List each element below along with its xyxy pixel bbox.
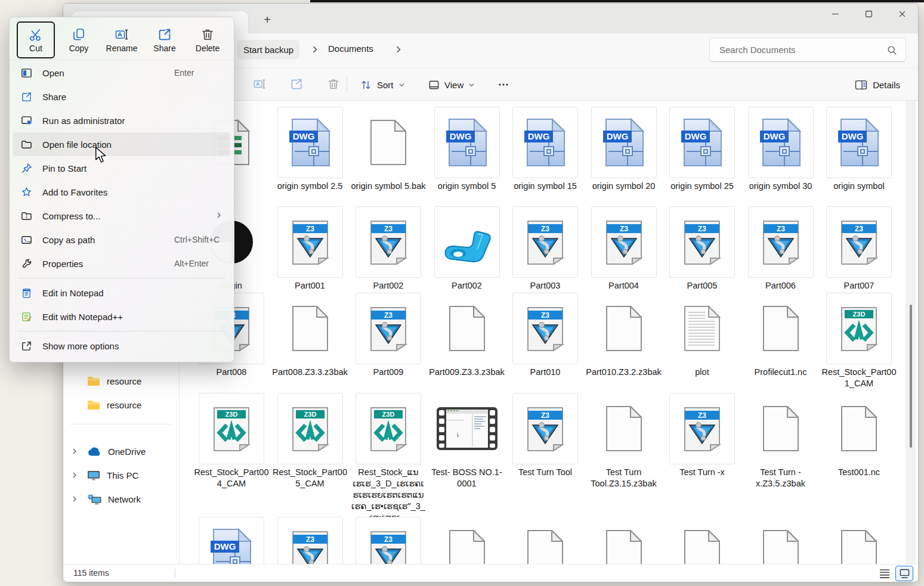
file-tile[interactable]: plot xyxy=(663,293,741,378)
file-tile[interactable] xyxy=(663,517,741,564)
file-tile[interactable] xyxy=(585,517,663,564)
file-tile[interactable] xyxy=(820,517,898,564)
menu-item-pin-to-start[interactable]: Pin to Start xyxy=(13,156,230,180)
file-tile[interactable]: Z3 Part001 xyxy=(271,206,349,292)
share-button[interactable]: Share xyxy=(146,21,184,58)
file-tile[interactable]: Z3D Rest_Stock_Part004_CAM xyxy=(193,393,271,489)
menu-item-show-more-options[interactable]: Show more options xyxy=(13,334,230,358)
menu-item-open[interactable]: OpenEnter xyxy=(13,61,230,85)
file-tile[interactable]: Test Turn Tool.Z3.15.z3bak xyxy=(585,393,663,489)
file-tile[interactable]: DWG origin symbol xyxy=(820,107,898,192)
file-tile[interactable]: Profilecut1.nc xyxy=(741,293,820,378)
menu-item-compress-to[interactable]: Compress to... xyxy=(13,204,230,228)
rename-icon[interactable] xyxy=(253,77,266,91)
chevron-right-icon[interactable] xyxy=(72,448,80,454)
menu-item-share[interactable]: Share xyxy=(13,85,230,108)
svg-text:DWG: DWG xyxy=(292,131,314,141)
dwg-file-icon: DWG xyxy=(277,107,343,178)
file-tile[interactable]: DWG origin symbol 5 xyxy=(428,107,506,192)
sort-button[interactable]: Sort xyxy=(360,75,405,95)
thumbnail-view-button[interactable] xyxy=(895,566,913,581)
chevron-right-icon[interactable] xyxy=(72,472,80,478)
start-backup-button[interactable]: Start backup xyxy=(237,40,299,60)
rename-button[interactable]: Rename xyxy=(103,21,141,58)
blank-file-icon xyxy=(591,293,657,364)
file-tile[interactable]: Z3 Part003 xyxy=(506,206,585,292)
file-tile[interactable]: DWG xyxy=(193,517,271,564)
share-icon[interactable] xyxy=(290,77,303,91)
chevron-right-icon[interactable] xyxy=(72,496,80,502)
delete-icon[interactable] xyxy=(327,77,340,91)
file-tile[interactable]: Z3 Test Turn -x xyxy=(663,393,741,478)
sidebar-item-network[interactable]: Network xyxy=(63,489,179,509)
blank-file-icon xyxy=(669,517,735,564)
menu-item-label: Share xyxy=(42,92,66,102)
file-tile[interactable]: DWG origin symbol 25 xyxy=(663,107,741,192)
file-tile[interactable]: Test Turn -x.Z3.5.z3bak xyxy=(741,393,820,489)
menu-item-run-as-administrator[interactable]: Run as administrator xyxy=(13,108,230,132)
delete-button[interactable]: Delete xyxy=(188,21,227,58)
file-tile[interactable]: origin symbol 5.bak xyxy=(350,107,428,192)
file-tile[interactable]: Part002 xyxy=(428,206,506,292)
file-tile[interactable]: Part009.Z3.3.z3bak xyxy=(428,293,506,378)
file-tile[interactable]: Z3 Test Turn Tool xyxy=(506,393,585,478)
file-tile[interactable]: Z3 Part009 xyxy=(350,293,428,378)
close-button[interactable] xyxy=(893,5,911,23)
blank-file-icon xyxy=(434,517,500,564)
file-name-label: Part002 xyxy=(429,280,505,292)
menu-item-copy-as-path[interactable]: Copy as pathCtrl+Shift+C xyxy=(13,228,230,252)
file-tile[interactable]: Test- BOSS NO.1-0001 xyxy=(428,393,506,489)
file-tile[interactable]: Z3D Rest_Stock_Part005_CAM xyxy=(271,393,349,489)
file-tile[interactable]: Z3 Part006 xyxy=(741,206,820,292)
sidebar-item-onedrive[interactable]: OneDrive xyxy=(63,441,179,461)
file-tile[interactable]: Part008.Z3.3.z3bak xyxy=(271,293,349,378)
file-tile[interactable]: Z3 xyxy=(350,517,428,564)
file-tile[interactable]: Part010.Z3.2.z3bak xyxy=(585,293,663,378)
file-tile[interactable]: Z3 Part007 xyxy=(820,206,898,292)
breadcrumb-documents[interactable]: Documents xyxy=(328,44,373,54)
menu-item-open-file-location[interactable]: Open file location xyxy=(13,132,230,156)
scrollbar-thumb[interactable] xyxy=(910,305,912,448)
file-tile[interactable] xyxy=(741,517,820,564)
search-input[interactable] xyxy=(719,38,880,61)
file-tile[interactable] xyxy=(428,517,506,564)
maximize-button[interactable] xyxy=(860,5,877,23)
sidebar-item-resource[interactable]: resource xyxy=(63,371,179,391)
details-button[interactable]: Details xyxy=(855,75,900,95)
cut-button[interactable]: Cut xyxy=(17,21,55,58)
svg-text:Z3: Z3 xyxy=(698,225,706,233)
menu-item-shortcut: Enter xyxy=(174,68,194,77)
list-view-icon[interactable] xyxy=(879,569,891,579)
file-tile[interactable]: Z3 Part002 xyxy=(350,206,428,292)
menu-item-edit-in-notepad[interactable]: Edit in Notepad xyxy=(13,281,230,305)
view-button[interactable]: View xyxy=(428,75,475,95)
new-tab-button[interactable]: + xyxy=(260,13,274,27)
sidebar-item-resource[interactable]: resource xyxy=(63,395,179,415)
sidebar-item-this-pc[interactable]: This PC xyxy=(63,465,179,485)
file-tile[interactable]: Z3 xyxy=(271,517,349,564)
file-tile[interactable]: Z3 Part005 xyxy=(663,206,741,292)
more-options-button[interactable] xyxy=(497,75,509,95)
file-tile[interactable] xyxy=(506,517,585,564)
file-grid[interactable]: DWG origin symbol 2.5 origin symbol 5.ba… xyxy=(180,101,918,564)
file-tile[interactable]: DWG origin symbol 15 xyxy=(506,107,585,192)
video-file-icon xyxy=(434,393,500,464)
copy-button[interactable]: Copy xyxy=(60,21,98,58)
search-icon[interactable] xyxy=(886,45,897,55)
file-tile[interactable]: Z3 Part004 xyxy=(585,206,663,292)
menu-item-edit-with-notepad[interactable]: Edit with Notepad++ xyxy=(13,305,230,328)
svg-text:Z3: Z3 xyxy=(855,225,863,233)
file-tile[interactable]: DWG origin symbol 20 xyxy=(585,107,663,192)
menu-item-properties[interactable]: PropertiesAlt+Enter xyxy=(13,252,230,275)
file-tile[interactable]: Test001.nc xyxy=(820,393,898,478)
file-tile[interactable]: DWG origin symbol 2.5 xyxy=(271,107,349,192)
file-tile[interactable]: Z3 Part010 xyxy=(506,293,585,378)
file-tile[interactable]: DWG origin symbol 30 xyxy=(741,107,820,192)
file-tile[interactable]: Z3D Rest_Stock_ແນເຮເຮ_3_D_ເຮເຮຄເຮເຮເຮຍເຮ… xyxy=(350,393,428,523)
chevron-right-icon xyxy=(311,46,319,53)
minimize-button[interactable] xyxy=(826,5,844,23)
show-more-icon xyxy=(20,340,32,352)
menu-item-add-to-favorites[interactable]: Add to Favorites xyxy=(13,180,230,204)
file-tile[interactable]: Z3D Rest_Stock_Part001_CAM xyxy=(820,293,898,389)
search-box[interactable] xyxy=(709,38,906,62)
